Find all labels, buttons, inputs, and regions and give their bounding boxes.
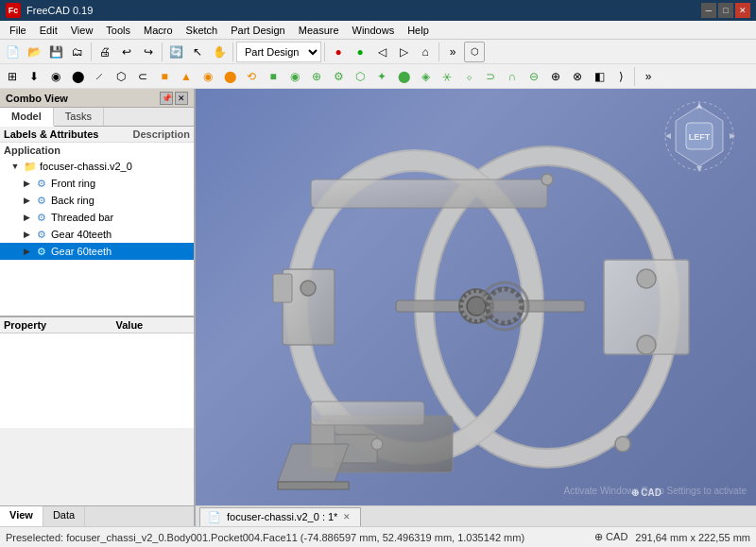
tb2-15[interactable]: ⊕ — [306, 66, 327, 87]
status-bar: Preselected: focuser_chassi_v2_0.Body001… — [0, 526, 756, 547]
tree-header: Labels & Attributes Description — [0, 127, 194, 143]
prop-header-property: Property — [4, 319, 78, 331]
tb2-19[interactable]: ⬤ — [393, 66, 414, 87]
tb2-22[interactable]: ⬦ — [458, 66, 479, 87]
svg-marker-27 — [278, 444, 349, 482]
tb-pan[interactable]: ✋ — [209, 42, 230, 62]
tb2-3[interactable]: ◉ — [45, 66, 66, 87]
part-icon-back-ring: ⚙ — [34, 193, 49, 208]
expand-icon-gear40[interactable]: ▶ — [19, 227, 34, 242]
tb2-18[interactable]: ✦ — [371, 66, 392, 87]
tb-more1[interactable]: » — [442, 42, 463, 62]
tb2-6[interactable]: ⬡ — [111, 66, 131, 87]
tb-redo[interactable]: ↪ — [138, 42, 159, 62]
viewport-tab-document[interactable]: 📄 focuser-chassi.v2_0 : 1* ✕ — [199, 507, 361, 526]
tb-green[interactable]: ● — [350, 42, 370, 62]
menu-macro[interactable]: Macro — [138, 23, 179, 38]
expand-icon-threaded-bar[interactable]: ▶ — [19, 210, 34, 225]
prop-list[interactable] — [0, 333, 194, 428]
tb2-9[interactable]: ▲ — [176, 66, 197, 87]
combo-view-title: Combo View — [6, 93, 68, 104]
tb2-23[interactable]: ⊃ — [480, 66, 501, 87]
viewport[interactable]: LEFT — [196, 89, 756, 526]
tb2-14[interactable]: ◉ — [284, 66, 305, 87]
menu-edit[interactable]: Edit — [34, 23, 63, 38]
tb2-17[interactable]: ⬡ — [350, 66, 370, 87]
expand-icon-root[interactable]: ▼ — [8, 159, 23, 174]
tb2-28[interactable]: ◧ — [589, 66, 610, 87]
tb-undo[interactable]: ↩ — [116, 42, 137, 62]
expand-icon-back-ring[interactable]: ▶ — [19, 193, 34, 208]
tree-item-gear60[interactable]: ▶ ⚙ Gear 60teeth — [0, 243, 194, 260]
tree-item-threaded-bar[interactable]: ▶ ⚙ Threaded bar — [0, 209, 194, 226]
tb-refresh[interactable]: 🔄 — [165, 42, 186, 62]
tree-header-labels: Labels & Attributes — [4, 128, 132, 140]
tree-item-front-ring-label: Front ring — [51, 178, 95, 189]
tb-save[interactable]: 💾 — [45, 42, 66, 62]
app-logo: Fc — [6, 3, 21, 18]
gear-icon-40: ⚙ — [34, 227, 49, 242]
menu-file[interactable]: File — [4, 23, 32, 38]
tb2-21[interactable]: ⚹ — [437, 66, 457, 87]
tree-item-back-ring-label: Back ring — [51, 195, 94, 206]
tree-item-back-ring[interactable]: ▶ ⚙ Back ring — [0, 192, 194, 209]
tb2-25[interactable]: ⊖ — [524, 66, 544, 87]
tb2-10[interactable]: ◉ — [198, 66, 218, 87]
tb2-29[interactable]: ⟩ — [610, 66, 631, 87]
menu-partdesign[interactable]: Part Design — [225, 23, 290, 38]
tb2-7[interactable]: ⊂ — [132, 66, 153, 87]
tab-tasks[interactable]: Tasks — [54, 108, 104, 126]
tb-nav2[interactable]: ▷ — [393, 42, 414, 62]
tree-item-front-ring[interactable]: ▶ ⚙ Front ring — [0, 175, 194, 192]
tb-nav1[interactable]: ◁ — [371, 42, 392, 62]
tb2-12[interactable]: ⟲ — [241, 66, 262, 87]
menu-tools[interactable]: Tools — [100, 23, 136, 38]
tb2-4[interactable]: ⬤ — [67, 66, 88, 87]
tb2-1[interactable]: ⊞ — [2, 66, 23, 87]
tb2-5[interactable]: ⟋ — [89, 66, 110, 87]
tab-bar: Model Tasks — [0, 108, 194, 127]
expand-icon-gear60[interactable]: ▶ — [19, 244, 34, 259]
maximize-button[interactable]: □ — [718, 3, 733, 18]
combo-view-pin[interactable]: 📌 — [160, 92, 173, 105]
tb-print[interactable]: 🖨 — [94, 42, 115, 62]
menu-view[interactable]: View — [65, 23, 99, 38]
part-icon-threaded-bar: ⚙ — [34, 210, 49, 225]
tb-open[interactable]: 📂 — [24, 42, 44, 62]
tb2-2[interactable]: ⬇ — [24, 66, 44, 87]
tab-close-button[interactable]: ✕ — [341, 511, 352, 522]
svg-point-23 — [637, 269, 656, 288]
tb-home[interactable]: ⌂ — [415, 42, 436, 62]
tab-model[interactable]: Model — [0, 108, 54, 127]
combo-view-close[interactable]: ✕ — [175, 92, 188, 105]
tb2-11[interactable]: ⬤ — [219, 66, 240, 87]
workbench-selector[interactable]: Part Design — [236, 42, 321, 62]
separator-4 — [324, 43, 325, 61]
tb2-8[interactable]: ■ — [154, 66, 175, 87]
tree-item-gear40[interactable]: ▶ ⚙ Gear 40teeth — [0, 226, 194, 243]
tb-red[interactable]: ● — [328, 42, 349, 62]
tb-new[interactable]: 📄 — [2, 42, 23, 62]
tree-item-root[interactable]: ▼ 📁 focuser-chassi.v2_0 — [0, 158, 194, 175]
tree-panel: Labels & Attributes Description Applicat… — [0, 127, 194, 316]
tb2-more[interactable]: » — [638, 66, 659, 87]
tb-save-as[interactable]: 🗂 — [67, 42, 88, 62]
tb2-16[interactable]: ⚙ — [328, 66, 349, 87]
tb2-26[interactable]: ⊕ — [545, 66, 566, 87]
bottom-tab-view[interactable]: View — [0, 506, 43, 526]
viewport-tab-label: focuser-chassi.v2_0 : 1* — [227, 511, 337, 522]
tb2-20[interactable]: ◈ — [415, 66, 436, 87]
menu-help[interactable]: Help — [402, 23, 435, 38]
tb2-13[interactable]: ■ — [263, 66, 284, 87]
tb2-27[interactable]: ⊗ — [567, 66, 588, 87]
menu-sketch[interactable]: Sketch — [180, 23, 224, 38]
tb-select[interactable]: ↖ — [187, 42, 208, 62]
tb2-24[interactable]: ∩ — [502, 66, 523, 87]
bottom-tab-data[interactable]: Data — [43, 506, 85, 526]
tb-view-iso[interactable]: ⬡ — [464, 42, 485, 62]
menu-windows[interactable]: Windows — [347, 23, 401, 38]
menu-measure[interactable]: Measure — [293, 23, 345, 38]
close-button[interactable]: ✕ — [735, 3, 750, 18]
minimize-button[interactable]: ─ — [701, 3, 716, 18]
expand-icon-front-ring[interactable]: ▶ — [19, 176, 34, 191]
